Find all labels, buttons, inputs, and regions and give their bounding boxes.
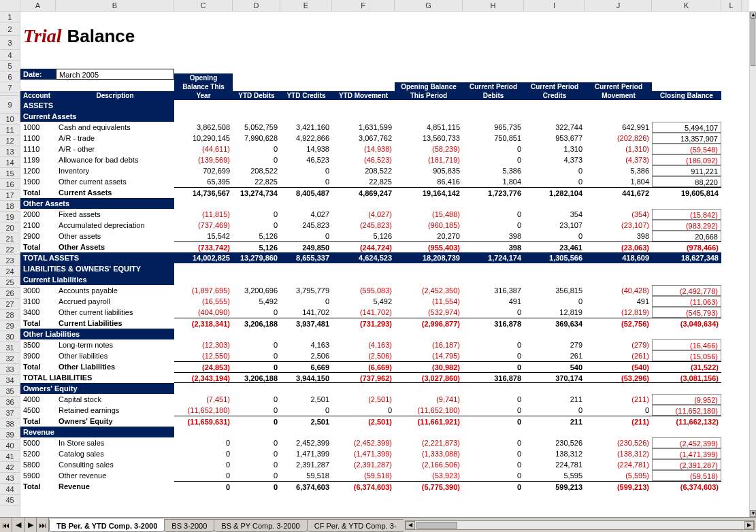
cell[interactable]: 5,386 <box>463 165 524 176</box>
col-header-D[interactable]: D <box>233 0 280 11</box>
cell[interactable]: (53,923) <box>395 470 463 481</box>
row-header-19[interactable]: 19 <box>0 212 20 222</box>
hscroll-thumb[interactable] <box>416 522 457 529</box>
cell[interactable]: (11,652,180) <box>174 405 233 416</box>
cell[interactable]: Total <box>20 318 56 329</box>
cell[interactable]: (4,027) <box>332 209 395 220</box>
cell[interactable]: 1,471,399 <box>280 448 332 459</box>
tab-next-button[interactable]: ▶ <box>24 518 37 532</box>
cell[interactable]: 0 <box>280 231 332 242</box>
cell[interactable]: (2,506) <box>332 350 395 361</box>
cell[interactable]: (11,063) <box>652 296 721 307</box>
cell[interactable]: 13,279,860 <box>233 252 280 263</box>
cell[interactable]: 3900 <box>20 350 56 361</box>
cell[interactable]: 3,067,762 <box>332 133 395 144</box>
cell[interactable]: (9,741) <box>395 394 463 405</box>
cell[interactable]: Retained earnings <box>56 405 174 416</box>
cell[interactable]: 3,795,779 <box>280 285 332 296</box>
cell[interactable]: 0 <box>463 437 524 448</box>
row-header-37[interactable]: 37 <box>0 408 20 418</box>
cell[interactable]: (3,081,156) <box>652 372 721 383</box>
cell[interactable]: (11,661,921) <box>395 416 463 427</box>
cell[interactable]: 23,461 <box>524 242 585 252</box>
cell[interactable]: Other current assets <box>56 176 174 187</box>
cell[interactable]: (11,554) <box>395 296 463 307</box>
row-header-2[interactable]: 2 <box>0 22 20 36</box>
cell[interactable]: 59,518 <box>280 470 332 481</box>
sheet-tab[interactable]: TB Per. & YTD Comp. 3-2000 <box>49 519 165 532</box>
cell[interactable]: 141,702 <box>280 307 332 318</box>
cell[interactable]: 18,627,348 <box>652 252 721 263</box>
cell[interactable]: 1,804 <box>585 176 652 187</box>
cell[interactable]: Accrued payroll <box>56 296 174 307</box>
cell[interactable]: (186,092) <box>652 154 721 165</box>
cell[interactable]: 0 <box>233 144 280 154</box>
cell[interactable]: 702,699 <box>174 165 233 176</box>
cell[interactable]: (14,795) <box>395 350 463 361</box>
cell[interactable]: 369,634 <box>524 318 585 329</box>
row-header-18[interactable]: 18 <box>0 201 20 212</box>
row-header-10[interactable]: 10 <box>0 114 20 124</box>
cell[interactable]: (59,518) <box>332 470 395 481</box>
cell[interactable]: 8,655,337 <box>280 252 332 263</box>
row-header-29[interactable]: 29 <box>0 320 20 331</box>
sheet-tab[interactable]: BS 3-2000 <box>164 519 214 532</box>
cell[interactable]: 12,819 <box>524 307 585 318</box>
cell[interactable]: (11,652,180) <box>395 405 463 416</box>
cell[interactable]: (2,391,287) <box>332 459 395 470</box>
cell[interactable]: 0 <box>463 481 524 492</box>
cell[interactable]: 14,736,567 <box>174 187 233 198</box>
cell[interactable]: (545,793) <box>652 307 721 318</box>
row-header-24[interactable]: 24 <box>0 266 20 277</box>
row-header-27[interactable]: 27 <box>0 299 20 310</box>
cell[interactable]: (733,742) <box>174 242 233 252</box>
row-header-9[interactable]: 9 <box>0 96 20 114</box>
row-header-28[interactable]: 28 <box>0 310 20 320</box>
cell[interactable]: 5,126 <box>233 242 280 252</box>
cell[interactable]: 316,387 <box>463 285 524 296</box>
cell[interactable]: 0 <box>233 459 280 470</box>
cell[interactable]: 0 <box>463 459 524 470</box>
col-header-B[interactable]: B <box>56 0 174 11</box>
row-header-4[interactable]: 4 <box>0 50 20 61</box>
cell[interactable]: 0 <box>524 165 585 176</box>
cell[interactable]: (31,522) <box>652 361 721 372</box>
cell[interactable]: 491 <box>585 296 652 307</box>
cell[interactable]: 5200 <box>20 448 56 459</box>
sheet-tab[interactable]: CF Per. & YTD Comp. 3- <box>307 519 404 532</box>
cell[interactable]: 316,878 <box>463 372 524 383</box>
cell[interactable]: 4000 <box>20 394 56 405</box>
scroll-up-arrow[interactable]: ▲ <box>750 12 756 18</box>
cell[interactable]: (6,669) <box>332 361 395 372</box>
cell[interactable]: 3400 <box>20 307 56 318</box>
cell[interactable]: 5,595 <box>524 470 585 481</box>
cell[interactable]: 370,174 <box>524 372 585 383</box>
cell[interactable]: (2,221,873) <box>395 437 463 448</box>
cell[interactable]: 13,560,733 <box>395 133 463 144</box>
col-header-J[interactable]: J <box>585 0 652 11</box>
cell[interactable]: (955,403) <box>395 242 463 252</box>
cell[interactable]: (16,466) <box>652 339 721 350</box>
cell[interactable]: 3100 <box>20 296 56 307</box>
cell[interactable]: (2,452,350) <box>395 285 463 296</box>
row-header-39[interactable]: 39 <box>0 429 20 440</box>
cell[interactable]: 0 <box>233 416 280 427</box>
row-header-21[interactable]: 21 <box>0 233 20 244</box>
cell[interactable]: 0 <box>174 448 233 459</box>
cell[interactable]: 1,804 <box>463 176 524 187</box>
cell[interactable]: (224,781) <box>585 459 652 470</box>
cell[interactable]: TOTAL LIABILITIES <box>20 372 174 383</box>
row-header-15[interactable]: 15 <box>0 168 20 179</box>
cell[interactable]: Revenue <box>56 481 174 492</box>
cell[interactable]: (230,526) <box>585 437 652 448</box>
cell[interactable]: 1,631,599 <box>332 122 395 133</box>
cell[interactable]: (599,213) <box>585 481 652 492</box>
cell[interactable]: Current Assets <box>56 187 174 198</box>
cell[interactable]: (11,815) <box>174 209 233 220</box>
cell[interactable]: (16,555) <box>174 296 233 307</box>
cell[interactable]: Other liabilities <box>56 350 174 361</box>
row-header-36[interactable]: 36 <box>0 397 20 408</box>
cell[interactable]: 211 <box>524 394 585 405</box>
cell[interactable]: Other assets <box>56 231 174 242</box>
cell[interactable]: (12,550) <box>174 350 233 361</box>
